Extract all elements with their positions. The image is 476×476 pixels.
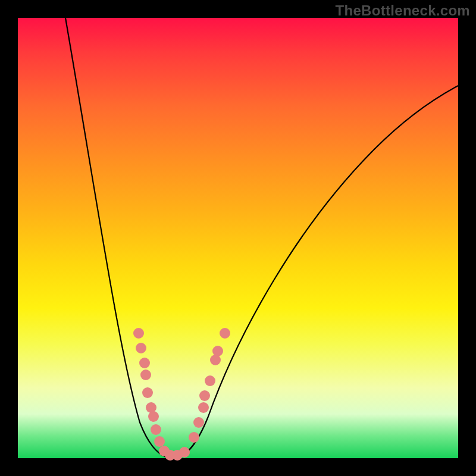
data-marker	[148, 411, 159, 422]
data-marker	[151, 424, 161, 435]
data-marker	[198, 402, 209, 413]
chart-svg	[18, 18, 458, 458]
data-marker	[199, 390, 210, 401]
data-marker	[133, 328, 144, 339]
data-marker	[205, 375, 215, 386]
data-marker	[136, 343, 146, 353]
data-marker	[212, 346, 223, 356]
data-marker	[220, 328, 230, 339]
data-marker	[142, 387, 153, 398]
data-marker	[139, 358, 150, 368]
data-marker	[140, 369, 151, 380]
plot-area	[18, 18, 458, 458]
markers-group	[133, 328, 230, 461]
data-marker	[193, 417, 204, 428]
watermark-text: TheBottleneck.com	[336, 2, 470, 19]
data-marker	[189, 432, 199, 443]
data-marker	[179, 447, 190, 458]
chart-frame: TheBottleneck.com	[0, 0, 476, 476]
data-marker	[154, 436, 165, 447]
bottleneck-curve	[65, 18, 458, 458]
